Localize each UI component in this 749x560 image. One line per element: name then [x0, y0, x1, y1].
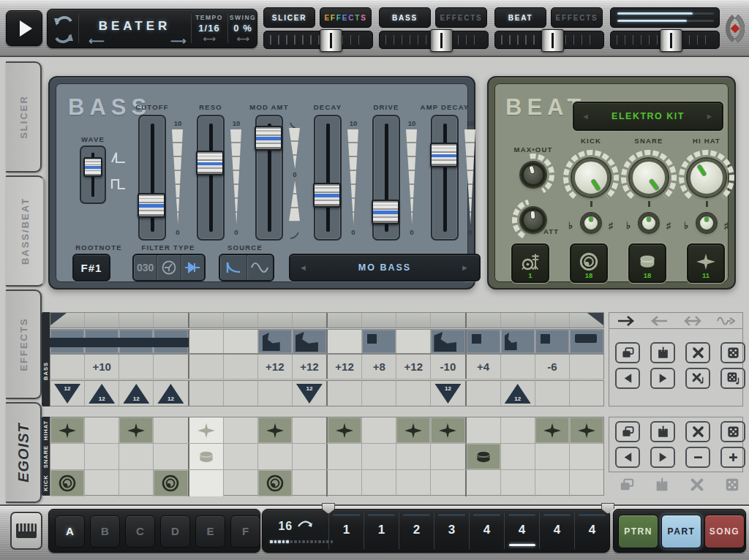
hihat-step-11[interactable]	[396, 417, 431, 443]
dice-note-button[interactable]	[720, 368, 745, 389]
bass-pitch-step-5[interactable]	[189, 355, 224, 379]
swing-drag-icon[interactable]: ⟷	[227, 34, 258, 44]
timeline-step-16[interactable]	[570, 313, 603, 328]
drum-pad-hihat[interactable]: 11	[687, 243, 725, 283]
pattern-button-b[interactable]: B	[90, 515, 120, 548]
kick-step-5[interactable]	[189, 470, 224, 496]
bass-octave-step-3[interactable]: 12	[119, 381, 154, 406]
slicer-slider-handle[interactable]	[320, 29, 342, 52]
fader-handle[interactable]	[255, 126, 282, 151]
timeline-step-9[interactable]	[328, 313, 362, 328]
fader-drive[interactable]	[372, 115, 400, 241]
kick-step-4[interactable]	[154, 470, 189, 496]
kick-level-knob[interactable]	[562, 148, 620, 207]
minus-button[interactable]	[685, 447, 710, 468]
bass-step-3[interactable]	[119, 330, 154, 353]
dice-global-button[interactable]	[724, 477, 740, 493]
att-knob[interactable]	[511, 197, 556, 243]
bass-octave-step-1[interactable]: 12	[50, 381, 85, 406]
bass-step-6[interactable]	[224, 330, 258, 353]
snare-step-7[interactable]	[258, 444, 293, 469]
fader-reso[interactable]	[197, 115, 225, 241]
bar-cell-1[interactable]: 1	[328, 512, 364, 549]
plus-button[interactable]	[720, 447, 745, 468]
bass-pitch-step-7[interactable]: +12	[258, 355, 293, 379]
bass-octave-step-6[interactable]	[224, 381, 258, 406]
timeline-step-15[interactable]	[535, 313, 570, 328]
copy-global-button[interactable]	[619, 477, 635, 493]
kick-step-10[interactable]	[362, 470, 396, 496]
snare-step-15[interactable]	[535, 444, 570, 469]
timeline-step-6[interactable]	[224, 313, 258, 328]
bass-octave-step-4[interactable]: 12	[154, 381, 189, 406]
bass-octave-step-5[interactable]	[189, 381, 224, 406]
paste-global-button[interactable]	[654, 477, 670, 493]
rootnote-button[interactable]: F#1	[72, 254, 110, 281]
paste-button[interactable]	[650, 421, 675, 442]
fader-handle[interactable]	[372, 200, 399, 224]
arrow-left[interactable]	[650, 315, 669, 327]
timeline-step-4[interactable]	[154, 313, 189, 328]
pattern-length-value[interactable]: 16	[263, 520, 328, 533]
snare-pitch-knob[interactable]	[629, 203, 669, 243]
sidebar-tab-slicer[interactable]: SLICER	[6, 61, 42, 173]
hihat-step-16[interactable]	[570, 417, 603, 443]
fader-amp-decay[interactable]	[431, 115, 459, 241]
hihat-step-12[interactable]	[431, 417, 466, 443]
clear-note-button[interactable]	[685, 368, 710, 389]
paste-button[interactable]	[650, 342, 675, 363]
filter-diode-button[interactable]	[181, 255, 204, 280]
kick-step-12[interactable]	[431, 470, 466, 496]
snare-step-6[interactable]	[224, 444, 258, 469]
drum-pad-drumkit[interactable]: 1	[511, 243, 549, 283]
copy-button[interactable]	[615, 342, 640, 363]
timeline-step-1[interactable]	[50, 313, 85, 328]
bass-octave-step-12[interactable]: 12	[431, 381, 466, 406]
snare-level-knob[interactable]	[620, 148, 678, 207]
fader-handle[interactable]	[430, 143, 458, 167]
snare-step-9[interactable]	[328, 444, 362, 469]
tempo-block[interactable]: TEMPO 1/16 ⟷	[191, 10, 227, 48]
snare-step-3[interactable]	[119, 444, 154, 469]
shift-right-button[interactable]	[650, 447, 675, 468]
kick-step-13[interactable]	[467, 470, 501, 496]
snare-step-1[interactable]	[50, 444, 85, 469]
kick-step-14[interactable]	[501, 470, 535, 496]
bass-pitch-step-2[interactable]: +10	[85, 355, 119, 379]
bar-cell-2[interactable]: 1	[364, 512, 399, 549]
bass-pitch-step-13[interactable]: +4	[467, 355, 501, 379]
shift-left-button[interactable]	[615, 447, 640, 468]
kick-step-7[interactable]	[258, 470, 293, 496]
bass-octave-step-14[interactable]: 12	[501, 381, 535, 406]
timeline-step-14[interactable]	[501, 313, 535, 328]
sidebar-tab-egoist-logo[interactable]: EGOIST	[6, 402, 42, 503]
arrow-squiggle[interactable]	[716, 315, 735, 327]
bass-pitch-step-3[interactable]	[119, 355, 154, 379]
pattern-button-e[interactable]: E	[195, 515, 225, 548]
bass-pitch-step-10[interactable]: +8	[362, 355, 396, 379]
maxout-knob[interactable]	[511, 152, 556, 197]
bass-step-2[interactable]	[85, 330, 119, 353]
undo-icon[interactable]	[53, 12, 75, 29]
next-preset-arrow[interactable]: ⟶	[170, 34, 187, 48]
arrow-both[interactable]	[683, 315, 702, 327]
kick-step-3[interactable]	[119, 470, 154, 496]
bass-step-10[interactable]	[362, 330, 396, 353]
hihat-step-3[interactable]	[119, 417, 154, 443]
bass-pitch-step-15[interactable]: -6	[535, 355, 570, 379]
hihat-pitch-knob[interactable]	[687, 203, 726, 243]
mode-button-part[interactable]: PART	[661, 515, 701, 548]
bass-pitch-step-6[interactable]	[224, 355, 258, 379]
kick-step-11[interactable]	[396, 470, 431, 496]
play-button[interactable]	[6, 10, 42, 46]
hihat-step-15[interactable]	[535, 417, 570, 443]
tempo-drag-icon[interactable]: ⟷	[191, 34, 227, 44]
kick-pitch-knob[interactable]	[571, 203, 611, 243]
fader-handle[interactable]	[313, 183, 341, 208]
pattern-button-c[interactable]: C	[125, 515, 155, 548]
bass-octave-step-11[interactable]	[396, 381, 431, 406]
bass-octave-step-2[interactable]: 12	[85, 381, 119, 406]
bass-pitch-step-14[interactable]	[501, 355, 535, 379]
hihat-step-6[interactable]	[224, 417, 258, 443]
clear-global-button[interactable]	[689, 477, 705, 493]
